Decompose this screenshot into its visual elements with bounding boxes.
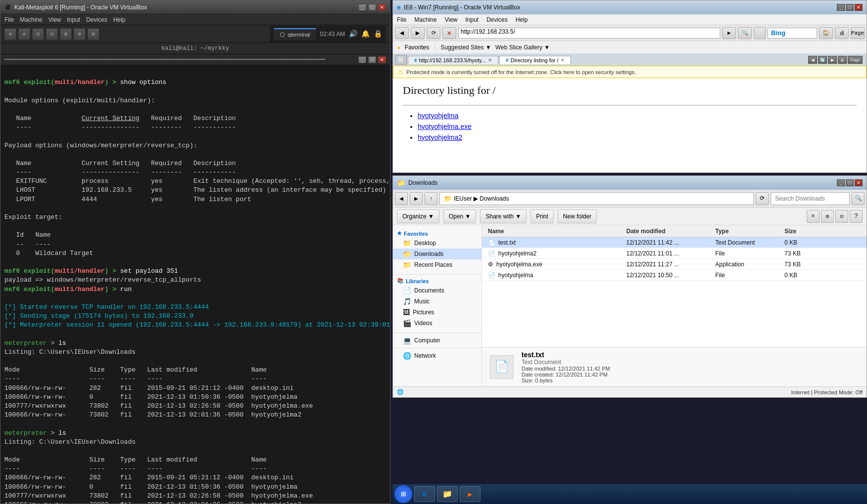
sidebar-network[interactable]: 🌐 Network bbox=[393, 350, 481, 361]
sidebar-music[interactable]: 🎵 Music bbox=[393, 296, 481, 307]
inner-close-btn[interactable]: ✕ bbox=[378, 56, 386, 63]
open-btn[interactable]: Open ▼ bbox=[443, 210, 477, 223]
menu-file[interactable]: File bbox=[4, 16, 14, 23]
explorer-refresh-btn[interactable]: ⟳ bbox=[756, 192, 769, 205]
explorer-search-input[interactable] bbox=[771, 192, 850, 205]
sidebar-recent-places[interactable]: 📁 Recent Places bbox=[393, 259, 481, 270]
view-tile-btn[interactable]: ⊞ bbox=[821, 210, 834, 223]
ie-tabwin-btn3[interactable]: ▶ bbox=[828, 56, 837, 64]
sidebar-pictures[interactable]: 🖼 Pictures bbox=[393, 307, 481, 318]
inner-minimize-btn[interactable]: _ bbox=[358, 56, 366, 63]
ie-forward-btn[interactable]: ▶ bbox=[411, 27, 425, 39]
ie-menu-devices[interactable]: Devices bbox=[486, 16, 508, 23]
file-row-hyotyohjelma2[interactable]: 📄hyotyohjelma2 12/12/2021 11:01 ... File… bbox=[482, 248, 867, 259]
menu-input[interactable]: Input bbox=[67, 16, 81, 23]
menu-devices[interactable]: Devices bbox=[86, 16, 107, 23]
start-button[interactable]: ⊞ bbox=[394, 485, 412, 503]
terminal-close-btn[interactable]: ✕ bbox=[378, 4, 386, 11]
file-row-hyotyohjelma[interactable]: 📄hyotyohjelma 12/12/2021 10:50 ... File … bbox=[482, 270, 867, 281]
ie-menu-help[interactable]: Help bbox=[516, 16, 528, 23]
taskbar-ie-btn[interactable]: e bbox=[414, 486, 435, 502]
taskbar-media-btn[interactable]: ▶ bbox=[460, 486, 480, 502]
ie-tab-1[interactable]: e http://192.168.233.5/hyoty... ✕ bbox=[408, 56, 498, 64]
ie-security-bar[interactable]: ⚠ Protected mode is currently turned off… bbox=[393, 66, 867, 78]
ie-refresh-btn[interactable]: ⟳ bbox=[427, 27, 440, 39]
terminal-minimize-btn[interactable]: _ bbox=[358, 4, 366, 11]
sidebar-computer[interactable]: 💻 Computer bbox=[393, 335, 481, 346]
ie-add-tab-btn[interactable] bbox=[754, 27, 766, 39]
organize-btn[interactable]: Organize ▼ bbox=[397, 210, 439, 223]
explorer-close-btn[interactable]: ✕ bbox=[855, 179, 863, 186]
ie-page-btn[interactable]: Page bbox=[851, 27, 865, 39]
sidebar-videos[interactable]: 🎬 Videos bbox=[393, 318, 481, 329]
taskbar-explorer-btn[interactable]: 📁 bbox=[437, 486, 458, 502]
col-header-date[interactable]: Date modified bbox=[622, 228, 711, 235]
ie-favorites-label[interactable]: Favorites bbox=[405, 44, 429, 51]
ie-print-btn[interactable]: 🖨 bbox=[835, 27, 849, 39]
ie-stop-btn[interactable]: ✕ bbox=[442, 27, 456, 39]
toolbar-btn-3[interactable]: ⊡ bbox=[32, 28, 44, 40]
ie-file-link-2[interactable]: hyotyohjelma.exe bbox=[418, 123, 472, 130]
explorer-search-btn[interactable]: 🔍 bbox=[852, 192, 865, 205]
terminal-maximize-btn[interactable]: □ bbox=[368, 4, 376, 11]
sidebar-downloads[interactable]: 📁 Downloads bbox=[393, 249, 481, 259]
ie-tab1-close[interactable]: ✕ bbox=[488, 57, 492, 63]
ie-tabwin-btn1[interactable]: ◀ bbox=[808, 56, 817, 64]
col-header-type[interactable]: Type bbox=[711, 228, 780, 235]
menu-view[interactable]: View bbox=[48, 16, 61, 23]
ie-content: Directory listing for / hyotyohjelma hyo… bbox=[393, 78, 867, 172]
ie-address-bar[interactable]: http://192.168.233.5/ bbox=[458, 28, 720, 39]
ie-home-btn[interactable]: 🏠 bbox=[819, 27, 833, 39]
view-icon-btn[interactable]: ⊡ bbox=[835, 210, 848, 223]
explorer-maximize-btn[interactable]: □ bbox=[846, 179, 854, 186]
ie-file-link-3[interactable]: hyotyohjelma2 bbox=[418, 133, 462, 141]
explorer-address-bar[interactable]: 📁 IEUser ▶ Downloads bbox=[439, 192, 754, 205]
ie-search-icon-btn[interactable]: 🔍 bbox=[738, 27, 752, 39]
ie-menu-machine[interactable]: Machine bbox=[414, 16, 436, 23]
ie-go-btn[interactable]: ▶ bbox=[722, 27, 736, 39]
ie-menu-view[interactable]: View bbox=[445, 16, 458, 23]
explorer-forward-btn[interactable]: ▶ bbox=[410, 192, 423, 205]
explorer-up-btn[interactable]: ↑ bbox=[425, 192, 437, 205]
ie-file-list: hyotyohjelma hyotyohjelma.exe hyotyohjel… bbox=[403, 112, 857, 142]
file-icon-hyotyohjelma: 📄 bbox=[488, 272, 495, 279]
ie-tab2-close[interactable]: ✕ bbox=[561, 57, 564, 63]
sidebar-documents[interactable]: 📄 Documents bbox=[393, 285, 481, 296]
view-help-btn[interactable]: ? bbox=[850, 210, 863, 223]
toolbar-btn-5[interactable]: ⊠ bbox=[60, 28, 72, 40]
explorer-minimize-btn[interactable]: _ bbox=[837, 179, 845, 186]
ie-suggested-sites[interactable]: Suggested Sites ▼ bbox=[440, 44, 491, 51]
ie-web-slice-gallery[interactable]: Web Slice Gallery ▼ bbox=[495, 44, 550, 51]
explorer-back-btn[interactable]: ◀ bbox=[395, 192, 408, 205]
ie-menu-file[interactable]: File bbox=[397, 16, 406, 23]
menu-machine[interactable]: Machine bbox=[20, 16, 42, 23]
ie-tabwin-btn2[interactable]: 🔄 bbox=[818, 56, 827, 64]
ie-minimize-btn[interactable]: _ bbox=[837, 4, 845, 11]
col-header-size[interactable]: Size bbox=[780, 228, 820, 235]
inner-maximize-btn[interactable]: □ bbox=[368, 56, 376, 63]
toolbar-btn-6[interactable]: ⊛ bbox=[74, 28, 86, 40]
terminal-tab[interactable]: ⬡ qterminal bbox=[274, 28, 316, 40]
col-header-name[interactable]: Name bbox=[484, 228, 622, 235]
file-row-test-txt[interactable]: 📄test.txt 12/12/2021 11:42 ... Text Docu… bbox=[482, 237, 867, 248]
sidebar-desktop[interactable]: 📁 Desktop bbox=[393, 238, 481, 249]
toolbar-btn-2[interactable]: ⊘ bbox=[18, 28, 30, 40]
ie-close-btn[interactable]: ✕ bbox=[855, 4, 863, 11]
share-btn[interactable]: Share with ▼ bbox=[480, 210, 526, 223]
ie-back-btn[interactable]: ◀ bbox=[395, 27, 409, 39]
toolbar-btn-4[interactable]: ⊟ bbox=[46, 28, 58, 40]
file-row-hyotyohjelma-exe[interactable]: ⚙hyotyohjelma.exe 12/12/2021 11:27 ... A… bbox=[482, 259, 867, 270]
ie-tabwin-btn4[interactable]: 🖨 bbox=[838, 56, 847, 64]
ie-menu-input[interactable]: Input bbox=[466, 16, 479, 23]
ie-file-link-1[interactable]: hyotyohjelma bbox=[418, 112, 459, 120]
ie-maximize-btn[interactable]: □ bbox=[846, 4, 854, 11]
ie-page-label[interactable]: Page bbox=[848, 56, 863, 64]
toolbar-btn-1[interactable]: ⊕ bbox=[4, 28, 16, 40]
ie-tab-2[interactable]: e Directory listing for / ✕ bbox=[499, 56, 571, 64]
print-btn[interactable]: Print bbox=[530, 210, 554, 223]
terminal-body[interactable]: msf6 exploit(multi/handler) > show optio… bbox=[0, 65, 390, 504]
view-list-btn[interactable]: ≡ bbox=[807, 210, 820, 223]
new-folder-btn[interactable]: New folder bbox=[558, 210, 597, 223]
menu-help[interactable]: Help bbox=[113, 16, 126, 23]
toolbar-btn-7[interactable]: ⊞ bbox=[87, 28, 99, 40]
